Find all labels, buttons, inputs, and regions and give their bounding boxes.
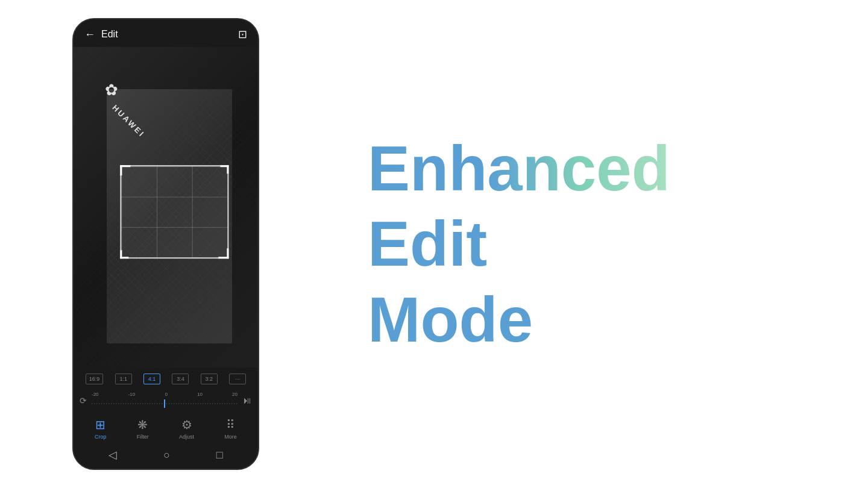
feature-text-area: Enhanced Edit Mode [332, 110, 868, 379]
edit-word: Edit [368, 208, 487, 279]
mode-word: Mode [368, 284, 533, 355]
huawei-logo: ✿ HUAWEI [105, 82, 118, 98]
phone: ← Edit ⊡ ✿ HUAWEI [72, 18, 259, 470]
home-nav-btn[interactable]: ○ [163, 449, 170, 461]
ratio-3-2[interactable]: 3:2 [201, 374, 218, 384]
bottom-toolbar: ⊞ Crop ❋ Filter ⚙ Adjust ⠿ More [74, 413, 258, 443]
rotate-icon[interactable]: ⟳ [80, 396, 87, 405]
recents-nav-btn[interactable]: □ [216, 449, 223, 461]
save-icon[interactable]: ⊡ [238, 28, 247, 41]
top-bar-left: ← Edit [84, 28, 118, 41]
slider-track[interactable] [92, 398, 237, 409]
ratio-4-1[interactable]: 4:1 [143, 374, 160, 384]
crop-label: Crop [95, 434, 107, 440]
more-tool[interactable]: ⠿ More [224, 418, 237, 440]
filter-tool[interactable]: ❋ Filter [137, 418, 149, 440]
nav-bar: ◁ ○ □ [74, 443, 258, 469]
ratio-16-9[interactable]: 16:9 [86, 374, 104, 384]
adjust-tool[interactable]: ⚙ Adjust [179, 418, 194, 440]
rotation-slider[interactable]: -20 -10 0 10 20 [92, 392, 237, 409]
more-label: More [224, 434, 237, 440]
back-nav-btn[interactable]: ◁ [108, 448, 117, 461]
adjust-icon: ⚙ [181, 418, 192, 432]
slider-mark-10: 10 [197, 392, 203, 397]
rotation-area: ⟳ -20 -10 0 10 20 ⏯ [74, 389, 258, 413]
slider-numbers: -20 -10 0 10 20 [92, 392, 237, 397]
image-texture: ✿ HUAWEI [74, 47, 258, 368]
top-bar: ← Edit ⊡ [74, 19, 258, 47]
crop-overlay[interactable] [120, 165, 228, 258]
huawei-symbol: ✿ [105, 82, 118, 98]
tick-marks [92, 399, 237, 408]
phone-mockup-area: ← Edit ⊡ ✿ HUAWEI [0, 0, 332, 488]
slider-mark-neg20: -20 [92, 392, 99, 397]
crop-icon: ⊞ [95, 418, 105, 432]
ratio-more[interactable]: ··· [229, 374, 246, 384]
enhanced-line: Enhanced [368, 134, 832, 204]
more-icon: ⠿ [226, 418, 235, 432]
image-canvas[interactable]: ✿ HUAWEI [74, 47, 258, 368]
back-icon[interactable]: ← [84, 28, 95, 41]
slider-mark-neg10: -10 [128, 392, 136, 397]
slider-mark-0: 0 [165, 392, 167, 397]
ratio-1-1[interactable]: 1:1 [115, 374, 132, 384]
filter-label: Filter [137, 434, 149, 440]
enhanced-word: Enhanced [368, 133, 670, 204]
aspect-ratio-bar: 16:9 1:1 4:1 3:4 3:2 ··· [74, 368, 258, 389]
slider-indicator [164, 399, 165, 408]
adjust-label: Adjust [179, 434, 194, 440]
mode-line: Mode [368, 285, 832, 355]
crop-grid [121, 166, 227, 257]
edit-line: Edit [368, 209, 832, 279]
screen-title: Edit [101, 29, 118, 40]
compare-icon[interactable]: ⏯ [242, 395, 252, 406]
crop-tool[interactable]: ⊞ Crop [95, 418, 107, 440]
ratio-3-4[interactable]: 3:4 [172, 374, 189, 384]
filter-icon: ❋ [137, 418, 148, 432]
slider-mark-20: 20 [232, 392, 237, 397]
